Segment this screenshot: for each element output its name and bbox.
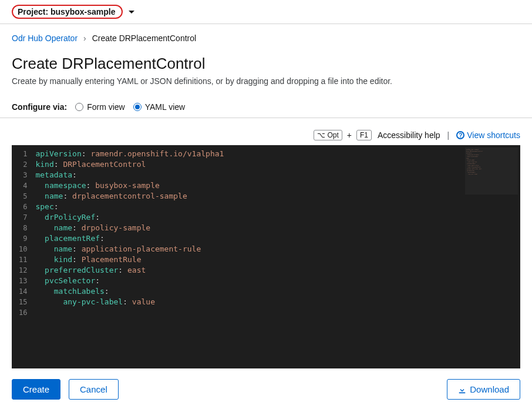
download-label: Download <box>470 384 509 394</box>
radio-label: Form view <box>87 102 125 112</box>
code-line[interactable] <box>33 307 520 318</box>
shortcuts-label: View shortcuts <box>467 130 520 140</box>
code-line[interactable]: namespace: busybox-sample <box>33 180 520 191</box>
download-button[interactable]: Download <box>447 379 520 400</box>
cancel-button[interactable]: Cancel <box>69 379 119 400</box>
kbd-f1: F1 <box>356 130 372 140</box>
plus-icon: + <box>347 130 352 140</box>
separator: | <box>447 130 450 140</box>
project-name: busybox-sample <box>50 7 115 16</box>
configure-label: Configure via: <box>12 102 67 112</box>
code-line[interactable]: name: drplacementcontrol-sample <box>33 191 520 202</box>
radio-icon <box>75 103 83 111</box>
page-title: Create DRPlacementControl <box>12 55 520 73</box>
code-line[interactable]: apiVersion: ramendr.openshift.io/v1alpha… <box>33 149 520 159</box>
breadcrumb-current: Create DRPlacementControl <box>92 33 196 43</box>
code-line[interactable]: any-pvc-label: value <box>33 297 520 307</box>
configure-row: Configure via: Form view YAML view <box>0 96 532 118</box>
line-gutter: 12345678910111213141516 <box>12 145 33 368</box>
code-line[interactable]: pvcSelector: <box>33 276 520 286</box>
project-prefix: Project: <box>18 7 48 16</box>
project-selector[interactable]: Project: busybox-sample <box>12 5 123 19</box>
breadcrumb-parent[interactable]: Odr Hub Operator <box>12 33 78 43</box>
minimap[interactable]: apiVersion ramendrkind DRPlacementContro… <box>465 148 518 195</box>
code-line[interactable]: spec: <box>33 202 520 212</box>
radio-icon <box>133 103 142 111</box>
chevron-down-icon[interactable] <box>129 11 134 14</box>
code-line[interactable]: matchLabels: <box>33 286 520 297</box>
yaml-editor[interactable]: 12345678910111213141516 apiVersion ramen… <box>12 145 520 368</box>
kbd-opt: ⌥ Opt <box>314 130 342 140</box>
code-line[interactable]: metadata: <box>33 170 520 180</box>
code-line[interactable]: drPolicyRef: <box>33 212 520 223</box>
download-icon <box>458 386 466 394</box>
chevron-right-icon: › <box>83 33 86 43</box>
view-shortcuts-link[interactable]: ? View shortcuts <box>456 130 520 140</box>
breadcrumb: Odr Hub Operator › Create DRPlacementCon… <box>12 33 520 43</box>
code-area[interactable]: apiVersion ramendrkind DRPlacementContro… <box>33 145 520 368</box>
code-line[interactable]: preferredCluster: east <box>33 265 520 276</box>
radio-yaml-view[interactable]: YAML view <box>133 102 185 112</box>
create-button[interactable]: Create <box>12 379 60 400</box>
code-line[interactable]: placementRef: <box>33 233 520 244</box>
code-line[interactable]: name: drpolicy-sample <box>33 223 520 233</box>
code-line[interactable]: kind: DRPlacementControl <box>33 159 520 170</box>
question-icon: ? <box>456 131 464 139</box>
code-line[interactable]: kind: PlacementRule <box>33 254 520 265</box>
editor-toolbar: ⌥ Opt + F1 Accessibility help | ? View s… <box>12 130 520 140</box>
code-line[interactable]: name: application-placement-rule <box>33 244 520 254</box>
accessibility-help: Accessibility help <box>378 130 440 140</box>
page-subtitle: Create by manually entering YAML or JSON… <box>12 76 520 86</box>
radio-form-view[interactable]: Form view <box>75 102 125 112</box>
radio-label: YAML view <box>145 102 185 112</box>
